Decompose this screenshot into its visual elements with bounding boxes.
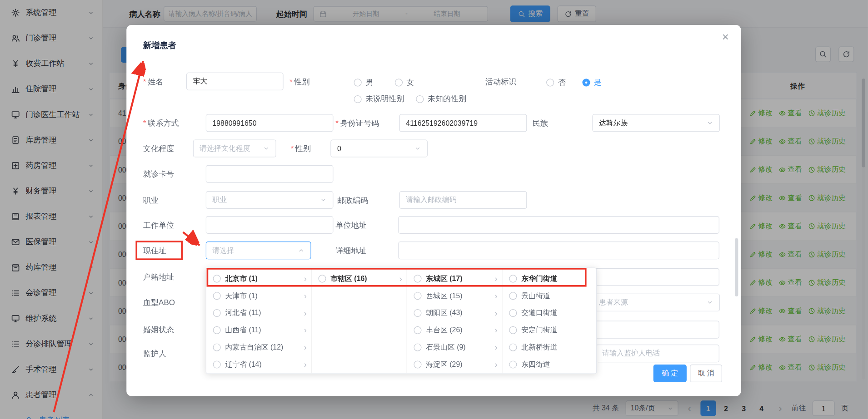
cascader-column: 市辖区 (16) › (312, 268, 407, 374)
cascader-option[interactable]: 天津市 (1) › (206, 287, 311, 304)
marital-status-label: 婚姻状态 (143, 325, 174, 335)
cascader-option[interactable]: 北京市 (1) › (206, 270, 311, 287)
guardian-phone-input[interactable]: 请输入监护人电话 (596, 345, 719, 362)
ethnicity-label: 民族 (533, 118, 548, 128)
cascader-option[interactable]: 河北省 (11) › (206, 304, 311, 321)
detail-address-label: 详细地址 (335, 246, 366, 256)
cascader-panel: 北京市 (1) › 天津市 (1) › 河北省 (11) › (206, 267, 597, 374)
name-input[interactable]: 牢大 (186, 73, 284, 90)
active-flag-radio[interactable]: 是 (582, 77, 602, 88)
occupation-label: 职业 (143, 196, 159, 206)
cascader-option[interactable]: 海淀区 (29) › (407, 355, 502, 373)
radio-icon (319, 275, 326, 282)
detail-address-input[interactable] (398, 242, 719, 259)
gender-radio[interactable]: 未说明性别 (354, 94, 404, 104)
chevron-right-icon: › (304, 274, 307, 283)
chevron-right-icon: › (495, 291, 498, 301)
chevron-right-icon: › (304, 308, 307, 318)
cascader-option[interactable]: 辽宁省 (14) › (206, 355, 311, 373)
radio-icon (546, 79, 554, 86)
gender-code-label: *性别 (290, 144, 310, 154)
radio-icon (213, 292, 221, 300)
add-patient-modal: × 新增患者 *姓名 牢大 *性别 活动标识 *联系方式 19880991650… (126, 25, 741, 396)
chevron-down-icon (263, 145, 269, 152)
chevron-right-icon: › (495, 325, 498, 335)
gender-code-select[interactable]: 0 (330, 140, 428, 158)
cascader-option[interactable]: 东华门街道 (503, 270, 595, 287)
current-address-select[interactable]: 请选择 (206, 242, 311, 259)
work-unit-input[interactable] (206, 216, 334, 234)
radio-icon (509, 309, 517, 316)
radio-icon (414, 360, 421, 368)
patient-source-select[interactable]: 患者来源 (592, 294, 720, 311)
card-no-input[interactable] (206, 165, 334, 183)
radio-icon (509, 360, 517, 368)
radio-icon (414, 275, 421, 282)
education-label: 文化程度 (143, 144, 174, 154)
radio-icon (582, 79, 590, 86)
postal-code-label: 邮政编码 (337, 196, 368, 206)
radio-icon (509, 343, 517, 351)
radio-icon (395, 79, 403, 86)
chevron-right-icon: › (495, 360, 498, 369)
radio-icon (414, 326, 421, 334)
occupation-select[interactable]: 职业 (206, 191, 334, 209)
radio-icon (414, 343, 421, 351)
cascader-option[interactable]: 市辖区 (16) › (312, 270, 407, 287)
postal-code-input[interactable]: 请输入邮政编码 (399, 191, 527, 209)
cascader-option[interactable]: 交道口街道 (503, 304, 595, 321)
gender-radio[interactable]: 女 (395, 77, 414, 88)
active-flag-radio[interactable]: 否 (546, 77, 566, 88)
contact-label: *联系方式 (143, 118, 179, 128)
cascader-option[interactable]: 景山街道 (503, 287, 595, 304)
close-icon[interactable]: × (722, 30, 729, 44)
radio-icon (354, 79, 362, 86)
chevron-right-icon: › (399, 274, 402, 283)
ethnicity-select[interactable]: 达斡尔族 (592, 114, 720, 132)
radio-icon (213, 326, 221, 334)
current-address-label: 现住址 (143, 246, 166, 256)
guardian-label: 监护人 (143, 349, 166, 359)
contact-input[interactable]: 19880991650 (206, 114, 334, 132)
cascader-option[interactable]: 东城区 (17) › (407, 270, 502, 287)
gender-radio[interactable]: 未知的性别 (416, 94, 466, 104)
radio-icon (213, 343, 221, 351)
blood-abo-label: 血型ABO (143, 298, 175, 308)
chevron-right-icon: › (495, 308, 498, 318)
gender-radio[interactable]: 男 (354, 77, 374, 88)
education-select[interactable]: 请选择文化程度 (193, 140, 276, 158)
radio-icon (213, 360, 221, 368)
confirm-button[interactable]: 确 定 (653, 365, 687, 382)
cancel-button[interactable]: 取 消 (690, 365, 722, 382)
modal-scrollbar[interactable] (735, 238, 738, 296)
cascader-column: 北京市 (1) › 天津市 (1) › 河北省 (11) › (206, 268, 312, 374)
radio-icon (213, 309, 221, 316)
cascader-option[interactable]: 西城区 (15) › (407, 287, 502, 304)
cascader-option[interactable]: 丰台区 (26) › (407, 321, 502, 339)
chevron-down-icon (320, 197, 327, 203)
unit-address-input[interactable] (398, 216, 719, 234)
app-window: 系统管理 门诊管理 收费工作站 住院管理 门诊医生工作站 库房管理 (0, 0, 868, 419)
radio-icon (509, 275, 517, 282)
chevron-up-icon (298, 247, 304, 254)
chevron-right-icon: › (304, 291, 307, 301)
cascader-column: 东华门街道 景山街道 交道口街道 (503, 268, 595, 374)
chevron-down-icon (707, 299, 713, 306)
cascader-option[interactable]: 朝阳区 (43) › (407, 304, 502, 321)
id-number-label: *身份证号码 (335, 118, 379, 128)
radio-icon (416, 95, 424, 103)
active-flag-label: 活动标识 (485, 77, 516, 87)
cascader-option[interactable]: 石景山区 (9) › (407, 339, 502, 356)
radio-icon (509, 292, 517, 300)
unit-address-label: 单位地址 (335, 221, 366, 231)
chevron-right-icon: › (495, 274, 498, 283)
id-number-input[interactable]: 411625192602039719 (399, 114, 527, 132)
chevron-right-icon: › (304, 360, 307, 369)
cascader-option[interactable]: 北新桥街道 (503, 339, 595, 356)
cascader-option[interactable]: 东四街道 (503, 355, 595, 373)
chevron-down-icon (414, 145, 421, 152)
name-label: *姓名 (143, 77, 163, 87)
cascader-option[interactable]: 安定门街道 (503, 321, 595, 339)
cascader-option[interactable]: 山西省 (11) › (206, 321, 311, 339)
cascader-option[interactable]: 内蒙古自治区 (12) › (206, 339, 311, 356)
